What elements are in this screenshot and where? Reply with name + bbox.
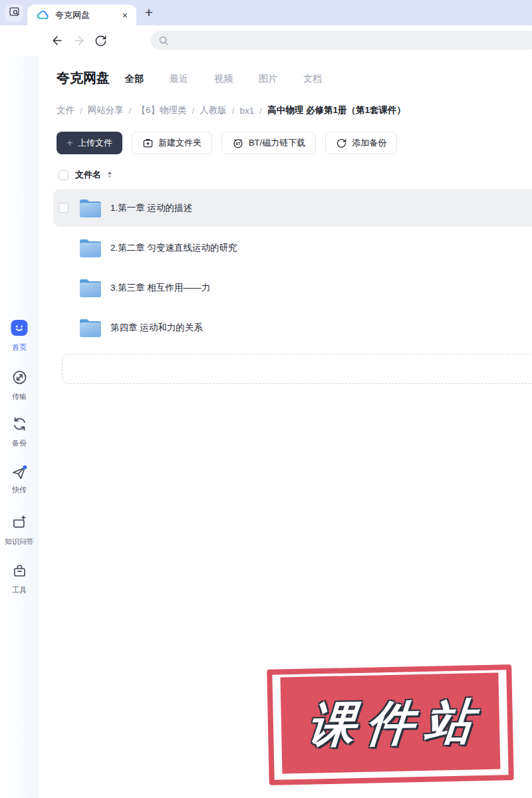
tab-recent[interactable]: 最近: [170, 73, 188, 85]
stamp-watermark: 课件站: [267, 664, 514, 785]
breadcrumb-separator: /: [232, 106, 235, 116]
paper-plane-icon: [11, 464, 28, 481]
breadcrumb: 文件 / 网站分享 / 【6】物理类 / 人教版 / bx1 / 高中物理 必修…: [57, 104, 406, 116]
folder-name: 第四章 运动和力的关系: [110, 322, 203, 334]
upload-file-label: 上传文件: [78, 137, 112, 149]
breadcrumb-item[interactable]: 网站分享: [88, 104, 124, 116]
toolbox-icon: [11, 563, 28, 582]
toolbar: + 上传文件 新建文件夹 BT BT/磁力链下载: [57, 132, 397, 154]
bt-magnet-download-button[interactable]: BT BT/磁力链下载: [221, 132, 316, 154]
sidebar-item-tools[interactable]: 工具: [0, 563, 39, 595]
sidebar-item-knowledge-qa[interactable]: 知识问答: [0, 514, 39, 547]
tab-document[interactable]: 文档: [303, 73, 322, 85]
upload-drop-zone[interactable]: [62, 354, 532, 384]
back-icon[interactable]: [50, 33, 65, 48]
sidebar-item-label: 工具: [12, 585, 27, 595]
tab-close-icon[interactable]: ×: [120, 9, 130, 21]
refresh-icon[interactable]: [93, 33, 108, 48]
add-backup-label: 添加备份: [352, 137, 386, 149]
stamp-fill: 课件站: [280, 673, 500, 774]
quark-drive-window: 夸克网盘 × +: [0, 0, 532, 798]
tab-video[interactable]: 视频: [214, 73, 233, 85]
file-row[interactable]: 3.第三章 相互作用——力: [53, 269, 532, 307]
file-name-column-header: 文件名: [75, 169, 101, 181]
plus-icon: +: [66, 137, 73, 148]
folder-icon: [78, 198, 102, 219]
file-row[interactable]: 2.第二章 匀变速直线运动的研究: [53, 229, 532, 267]
tab-all[interactable]: 全部: [125, 73, 144, 85]
browser-tab[interactable]: 夸克网盘 ×: [27, 5, 136, 25]
folder-icon: [78, 237, 102, 259]
bt-download-label: BT/磁力链下载: [249, 137, 305, 149]
sidebar-item-label: 传输: [12, 392, 27, 402]
folder-name: 1.第一章 运动的描述: [110, 202, 192, 214]
file-table-header: 文件名: [59, 169, 112, 181]
browser-search-bar[interactable]: [151, 31, 532, 50]
home-icon: [11, 319, 28, 339]
tab-title: 夸克网盘: [55, 9, 114, 21]
sidebar-item-backup[interactable]: 备份: [0, 416, 39, 448]
breadcrumb-separator: /: [259, 106, 262, 116]
tab-search-button[interactable]: [5, 4, 23, 22]
folder-name: 3.第三章 相互作用——力: [110, 282, 210, 294]
new-folder-label: 新建文件夹: [158, 137, 201, 149]
quark-logo-icon: [37, 9, 49, 21]
stamp-text: 课件站: [295, 689, 486, 757]
sort-icon[interactable]: [108, 172, 112, 178]
transfer-icon: [11, 369, 28, 388]
svg-text:BT: BT: [235, 142, 241, 146]
file-row[interactable]: 1.第一章 运动的描述: [53, 189, 532, 227]
breadcrumb-current: 高中物理 必修第1册（第1套课件）: [267, 104, 406, 116]
folder-icon: [78, 317, 102, 338]
sidebar: 首页 传输 备份: [0, 56, 39, 798]
knowledge-icon: [11, 514, 28, 533]
sidebar-item-label: 快传: [12, 485, 27, 495]
folder-plus-icon: [142, 138, 154, 149]
browser-nav-bar: [0, 25, 532, 56]
notification-dot: [23, 466, 27, 469]
sidebar-item-label: 知识问答: [5, 537, 34, 547]
breadcrumb-item[interactable]: bx1: [240, 106, 255, 116]
content-tabs: 全部 最近 视频 图片 文档: [125, 73, 322, 85]
search-icon: [158, 35, 170, 47]
backup-refresh-icon: [336, 138, 347, 149]
sidebar-item-label: 备份: [12, 438, 27, 448]
breadcrumb-item[interactable]: 人教版: [200, 104, 227, 116]
folder-name: 2.第二章 匀变速直线运动的研究: [110, 242, 237, 254]
new-folder-button[interactable]: 新建文件夹: [132, 132, 212, 154]
breadcrumb-separator: /: [80, 106, 82, 116]
bt-download-icon: BT: [232, 137, 244, 149]
upload-file-button[interactable]: + 上传文件: [57, 132, 122, 154]
tab-search-icon: [9, 6, 20, 20]
sidebar-item-transfer[interactable]: 传输: [0, 369, 39, 402]
sidebar-item-label: 首页: [12, 342, 27, 352]
breadcrumb-item[interactable]: 文件: [57, 104, 74, 116]
folder-icon: [78, 277, 102, 299]
select-all-checkbox[interactable]: [59, 170, 68, 180]
tab-image[interactable]: 图片: [259, 73, 277, 85]
forward-icon[interactable]: [72, 33, 86, 48]
sidebar-item-home[interactable]: 首页: [0, 319, 39, 352]
sidebar-item-quick-transfer[interactable]: 快传: [0, 464, 39, 495]
page-title: 夸克网盘: [57, 69, 110, 87]
sync-icon: [11, 416, 28, 435]
browser-tab-bar: 夸克网盘 × +: [0, 0, 532, 25]
file-row[interactable]: 第四章 运动和力的关系: [53, 309, 532, 346]
breadcrumb-item[interactable]: 【6】物理类: [137, 104, 187, 116]
row-checkbox[interactable]: [59, 203, 68, 213]
breadcrumb-separator: /: [192, 106, 195, 116]
breadcrumb-separator: /: [129, 106, 132, 116]
add-backup-button[interactable]: 添加备份: [325, 132, 397, 154]
new-tab-button[interactable]: +: [140, 3, 158, 22]
